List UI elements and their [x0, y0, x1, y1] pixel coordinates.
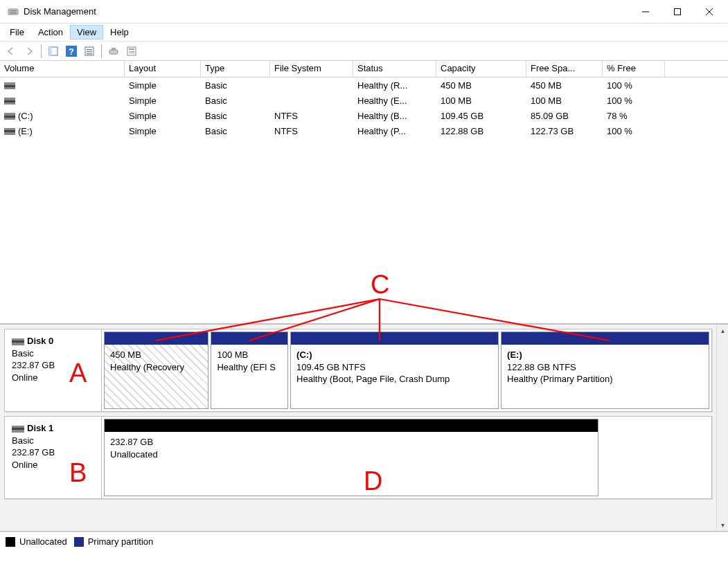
maximize-button[interactable] [662, 1, 693, 22]
partition-size: 450 MB [110, 349, 202, 361]
menu-file[interactable]: File [3, 25, 31, 39]
vol-fs: NTFS [270, 125, 353, 138]
vol-fs [270, 99, 353, 102]
col-type[interactable]: Type [201, 61, 270, 77]
table-row[interactable]: (E:)SimpleBasicNTFSHealthy (P...122.88 G… [0, 123, 728, 138]
vol-capacity: 450 MB [436, 79, 526, 92]
vol-status: Healthy (P... [353, 125, 436, 138]
window-title: Disk Management [24, 6, 96, 17]
partition-status: Healthy (Boot, Page File, Crash Dump [296, 373, 492, 386]
partition-size: 109.45 GB NTFS [296, 361, 492, 374]
minimize-button[interactable] [630, 1, 662, 22]
disk-icon [4, 82, 15, 89]
col-pctfree[interactable]: % Free [603, 61, 665, 77]
help-button[interactable]: ? [63, 44, 80, 59]
disk-icon [12, 338, 24, 345]
disk-info[interactable]: Disk 0Basic232.87 GBOnline [5, 329, 102, 411]
col-freespace[interactable]: Free Spa... [526, 61, 603, 77]
vol-pct: 100 % [603, 125, 665, 138]
partition-size: 122.88 GB NTFS [507, 361, 703, 374]
scroll-down-icon[interactable]: ▾ [717, 519, 728, 531]
vol-status: Healthy (R... [353, 79, 436, 92]
volume-list: Volume Layout Type File System Status Ca… [0, 61, 728, 324]
disk-name: Disk 0 [27, 336, 53, 346]
vol-layout: Simple [125, 125, 201, 138]
disk-partitions: 450 MBHealthy (Recovery100 MBHealthy (EF… [102, 329, 711, 411]
disk-size: 232.87 GB [12, 360, 55, 370]
vol-pct: 100 % [603, 94, 665, 107]
partition-stripe [105, 332, 208, 345]
vertical-scrollbar[interactable]: ▴ ▾ [716, 325, 728, 531]
svg-rect-19 [129, 51, 134, 52]
svg-rect-16 [112, 48, 116, 50]
titlebar: Disk Management [0, 0, 728, 24]
forward-button[interactable] [21, 44, 37, 59]
properties-button[interactable] [123, 44, 140, 59]
partition-label: (E:) [507, 349, 703, 361]
col-filesystem[interactable]: File System [270, 61, 353, 77]
show-hide-tree-button[interactable] [45, 44, 62, 59]
disk-state: Online [12, 460, 38, 470]
partition[interactable]: 232.87 GBUnallocated [104, 419, 598, 496]
menu-help[interactable]: Help [103, 25, 136, 39]
svg-rect-8 [49, 47, 52, 55]
disk-info[interactable]: Disk 1Basic232.87 GBOnline [5, 417, 102, 498]
partition[interactable]: 450 MBHealthy (Recovery [104, 332, 208, 409]
vol-pct: 78 % [603, 109, 665, 123]
vol-type: Basic [201, 109, 270, 123]
vol-type: Basic [201, 94, 270, 107]
partition[interactable]: (C:)109.45 GB NTFSHealthy (Boot, Page Fi… [290, 332, 499, 409]
vol-fs [270, 84, 353, 87]
vol-fs: NTFS [270, 109, 353, 123]
col-capacity[interactable]: Capacity [436, 61, 526, 77]
vol-free: 450 MB [526, 79, 603, 92]
vol-status: Healthy (E... [353, 94, 436, 107]
partition[interactable]: (E:)122.88 GB NTFSHealthy (Primary Parti… [501, 332, 709, 409]
partition-status: Healthy (EFI S [217, 361, 282, 374]
vol-name: (E:) [18, 126, 33, 136]
app-icon [7, 6, 19, 18]
partition-label: (C:) [296, 349, 492, 361]
svg-rect-0 [8, 9, 18, 15]
legend-primary: Primary partition [88, 536, 154, 547]
toolbar: ? [0, 42, 728, 61]
disk-row: Disk 1Basic232.87 GBOnline232.87 GBUnall… [4, 416, 712, 499]
col-volume[interactable]: Volume [0, 61, 125, 77]
vol-layout: Simple [125, 79, 201, 92]
vol-free: 122.73 GB [526, 125, 603, 138]
volume-header-row: Volume Layout Type File System Status Ca… [0, 61, 728, 78]
vol-layout: Simple [125, 109, 201, 123]
svg-rect-14 [87, 53, 92, 55]
menu-action[interactable]: Action [31, 25, 70, 39]
partition[interactable]: 100 MBHealthy (EFI S [211, 332, 288, 409]
disk-icon [4, 98, 15, 105]
legend-unallocated: Unallocated [19, 536, 67, 547]
close-button[interactable] [693, 1, 725, 22]
disk-name: Disk 1 [27, 423, 53, 433]
vol-layout: Simple [125, 94, 201, 107]
settings-button[interactable] [81, 44, 98, 59]
vol-type: Basic [201, 79, 270, 92]
vol-name: (C:) [18, 111, 33, 121]
refresh-button[interactable] [105, 44, 122, 59]
vol-free: 100 MB [526, 94, 603, 107]
menubar: File Action View Help [0, 24, 728, 42]
disk-partitions: 232.87 GBUnallocated [102, 417, 601, 498]
table-row[interactable]: SimpleBasicHealthy (R...450 MB450 MB100 … [0, 78, 728, 93]
col-status[interactable]: Status [353, 61, 436, 77]
disk-size: 232.87 GB [12, 447, 55, 457]
partition-status: Healthy (Recovery [110, 361, 202, 374]
svg-rect-1 [10, 10, 17, 12]
vol-status: Healthy (B... [353, 109, 436, 123]
col-layout[interactable]: Layout [125, 61, 201, 77]
menu-view[interactable]: View [70, 25, 103, 39]
back-button[interactable] [3, 44, 19, 59]
vol-pct: 100 % [603, 79, 665, 92]
disk-icon [12, 426, 24, 433]
table-row[interactable]: (C:)SimpleBasicNTFSHealthy (B...109.45 G… [0, 108, 728, 123]
vol-capacity: 100 MB [436, 94, 526, 107]
disk-type: Basic [12, 348, 34, 359]
scroll-up-icon[interactable]: ▴ [717, 325, 728, 336]
table-row[interactable]: SimpleBasicHealthy (E...100 MB100 MB100 … [0, 93, 728, 108]
partition-stripe [211, 332, 287, 345]
